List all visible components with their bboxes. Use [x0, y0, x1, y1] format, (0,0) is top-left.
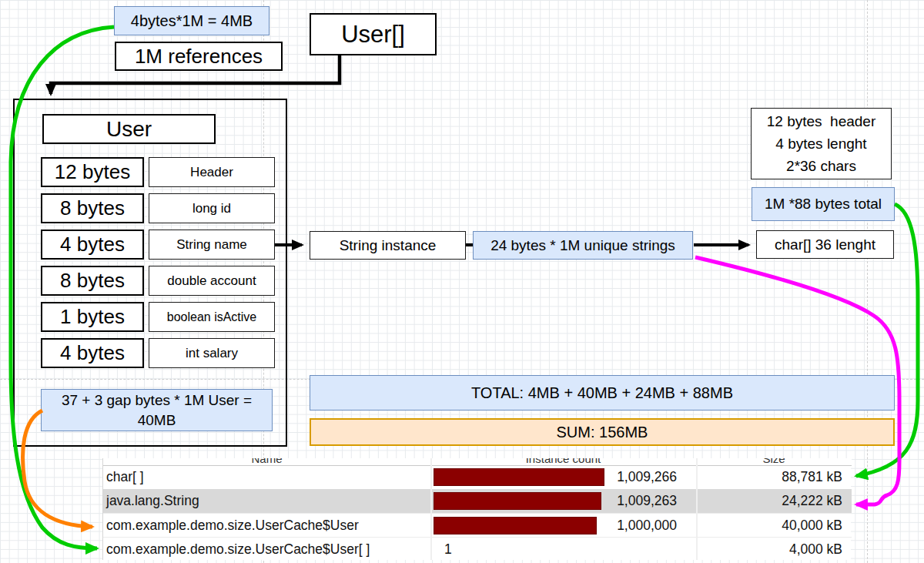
field-name-label: String name: [176, 237, 247, 253]
char-layout-line3: 2*36 chars: [786, 155, 856, 177]
user-total-note-box[interactable]: 37 + 3 gap bytes * 1M User = 40MB: [41, 389, 273, 431]
field-size-box[interactable]: 4 bytes: [41, 230, 144, 260]
field-size-label: 8 bytes: [60, 269, 125, 293]
array-size-note-box[interactable]: 4bytes*1M = 4MB: [114, 6, 270, 35]
class-name-cell: com.example.demo.size.UserCache$User[ ]: [106, 538, 370, 561]
field-size-label: 8 bytes: [60, 196, 125, 220]
char-layout-line2: 4 bytes lenght: [775, 132, 866, 155]
char-array-label: char[] 36 lenght: [775, 236, 875, 253]
field-name-box[interactable]: boolean isActive: [149, 302, 275, 332]
instance-count-cell: 1: [444, 538, 452, 561]
references-note-label: 1M references: [135, 45, 263, 69]
string-instance-label: String instance: [340, 237, 437, 254]
user-array-node[interactable]: User[]: [310, 13, 437, 55]
instance-count-bar: [434, 492, 601, 510]
char-array-node[interactable]: char[] 36 lenght: [756, 230, 894, 259]
field-name-box[interactable]: String name: [149, 230, 275, 260]
size-cell: 40,000 kB: [782, 514, 842, 538]
field-name-label: long id: [192, 201, 231, 216]
field-name-box[interactable]: int salary: [149, 338, 275, 368]
field-name-box[interactable]: Header: [149, 157, 275, 187]
user-array-label: User[]: [341, 21, 405, 49]
user-total-note-line2: 40MB: [138, 411, 176, 431]
field-size-box[interactable]: 1 bytes: [41, 302, 144, 332]
column-header-instance-count: Instance count: [430, 458, 696, 465]
table-row: char[ ] 1,009,266 88,781 kB: [103, 465, 852, 489]
instance-count-bar: [434, 468, 604, 486]
table-row: java.lang.String 1,009,263 24,222 kB: [103, 489, 852, 513]
total-summary-box[interactable]: TOTAL: 4MB + 40MB + 24MB + 88MB: [310, 375, 895, 411]
user-total-note-line1: 37 + 3 gap bytes * 1M User =: [62, 390, 252, 411]
field-size-label: 4 bytes: [60, 233, 125, 256]
table-row: com.example.demo.size.UserCache$User 1,0…: [103, 513, 852, 538]
memory-profiler-table[interactable]: Name Instance count Size char[ ] 1,009,2…: [102, 458, 851, 560]
page-boundary-vertical-right: [867, 0, 868, 563]
sum-summary-box[interactable]: SUM: 156MB: [310, 418, 895, 446]
instance-count-cell: 1,009,263: [617, 489, 677, 513]
user-struct-title-box[interactable]: User: [42, 114, 216, 144]
instance-count-cell: 1,000,000: [617, 514, 677, 538]
size-cell: 24,222 kB: [782, 489, 842, 513]
references-note-box[interactable]: 1M references: [115, 42, 283, 71]
field-size-box[interactable]: 8 bytes: [41, 193, 144, 223]
char-total-note-label: 1M *88 bytes total: [765, 196, 882, 213]
class-name-cell: com.example.demo.size.UserCache$User: [106, 514, 359, 538]
field-size-box[interactable]: 12 bytes: [41, 157, 144, 187]
field-name-box[interactable]: long id: [149, 193, 275, 223]
instance-count-bar: [434, 517, 597, 535]
field-name-box[interactable]: double account: [149, 266, 275, 296]
array-size-note-label: 4bytes*1M = 4MB: [131, 12, 253, 30]
char-layout-note-box[interactable]: 12 bytes header 4 bytes lenght 2*36 char…: [751, 108, 892, 179]
column-separator: [696, 458, 698, 560]
class-name-cell: char[ ]: [106, 465, 144, 489]
size-cell: 4,000 kB: [789, 538, 842, 561]
column-header-name: Name: [103, 458, 430, 465]
user-struct-title: User: [106, 117, 152, 142]
field-size-label: 12 bytes: [55, 160, 130, 184]
class-name-cell: java.lang.String: [106, 489, 199, 513]
diagram-canvas: { "top": { "array_size_note": "4bytes*1M…: [0, 0, 924, 563]
field-name-label: int salary: [186, 346, 238, 361]
sum-summary-label: SUM: 156MB: [557, 424, 648, 441]
unique-strings-note-box[interactable]: 24 bytes * 1M unique strings: [473, 231, 693, 260]
size-cell: 88,781 kB: [782, 465, 842, 489]
column-header-size: Size: [696, 458, 852, 465]
table-row: com.example.demo.size.UserCache$User[ ] …: [103, 537, 852, 561]
string-instance-node[interactable]: String instance: [310, 231, 466, 260]
field-size-box[interactable]: 8 bytes: [41, 266, 144, 296]
column-separator: [430, 458, 432, 560]
field-name-label: Header: [190, 165, 233, 180]
unique-strings-note-label: 24 bytes * 1M unique strings: [490, 237, 675, 254]
char-total-note-box[interactable]: 1M *88 bytes total: [752, 187, 895, 221]
field-size-label: 4 bytes: [60, 341, 125, 365]
char-layout-line1: 12 bytes header: [767, 110, 876, 132]
field-name-label: double account: [167, 273, 256, 289]
instance-count-cell: 1,009,266: [617, 465, 677, 489]
total-summary-label: TOTAL: 4MB + 40MB + 24MB + 88MB: [471, 384, 733, 402]
field-size-label: 1 bytes: [60, 305, 125, 329]
field-name-label: boolean isActive: [167, 310, 257, 324]
field-size-box[interactable]: 4 bytes: [41, 338, 144, 368]
